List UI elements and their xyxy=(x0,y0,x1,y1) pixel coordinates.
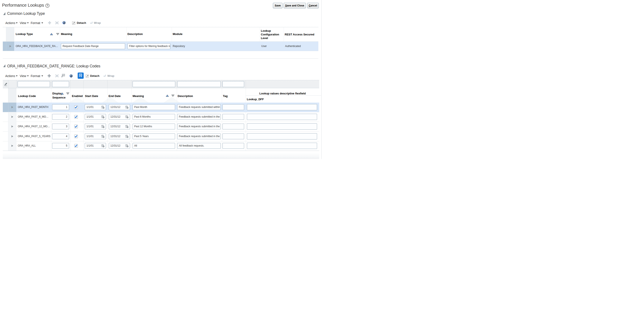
svg-text:?: ? xyxy=(46,4,48,7)
